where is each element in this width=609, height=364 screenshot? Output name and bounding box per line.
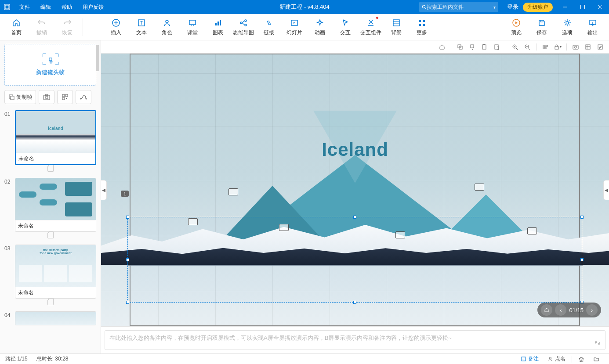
snapshot-button[interactable] [570, 42, 581, 52]
sparkle-icon [315, 18, 325, 28]
camera-icon [43, 94, 50, 100]
maximize-button[interactable] [574, 0, 591, 14]
canvas-toolbar: ▾ [101, 40, 609, 54]
svg-rect-52 [482, 45, 486, 49]
selection-box[interactable] [127, 217, 582, 303]
menu-file[interactable]: 文件 [14, 0, 35, 14]
path-frame-button[interactable] [76, 90, 91, 104]
nav-home-button[interactable] [541, 304, 552, 316]
expand-notes-button[interactable] [593, 339, 602, 347]
options-button[interactable]: 选项 [555, 15, 579, 40]
layers-button[interactable] [583, 42, 593, 52]
status-duration: 总时长: 30:28 [36, 355, 69, 363]
nav-next-button[interactable]: › [586, 304, 598, 316]
svg-rect-39 [11, 96, 14, 100]
copy-frame-button[interactable]: 复制帧 [4, 90, 36, 104]
timer-icon[interactable] [47, 300, 54, 305]
widget-button[interactable]: 交互组件 [359, 15, 383, 40]
new-frame-button[interactable]: + 新建镜头帧 [4, 44, 96, 86]
subframe-marker[interactable] [228, 188, 238, 195]
slide-thumbnail[interactable] [15, 178, 96, 220]
timer-icon[interactable] [47, 166, 54, 172]
subframe-marker[interactable] [395, 231, 405, 238]
paste-format-button[interactable] [479, 42, 490, 52]
zoom-out-button[interactable] [522, 42, 533, 52]
slide-thumbnail[interactable]: the Reform partyfor a new government [15, 245, 96, 287]
qr-frame-button[interactable] [57, 90, 73, 104]
notes-input[interactable] [105, 330, 605, 350]
text-button[interactable]: T文本 [130, 15, 153, 40]
home-button[interactable]: 首页 [4, 15, 28, 40]
subframe-marker[interactable] [279, 224, 289, 231]
status-rollcall-button[interactable]: 点名 [543, 355, 570, 363]
expand-panel-button[interactable]: ◂ [603, 180, 609, 200]
classroom-button[interactable]: 课堂 [181, 15, 204, 40]
more-button[interactable]: 更多 [410, 15, 434, 40]
save-icon [537, 18, 547, 28]
scrollbar[interactable] [96, 45, 99, 71]
ribbon: 首页 撤销 恢复 插入 T文本 角色 课堂 图表 思维导图 链接 幻灯片 动画 … [0, 14, 609, 40]
mindmap-button[interactable]: 思维导图 [232, 15, 255, 40]
close-button[interactable] [591, 0, 609, 14]
search-input[interactable] [427, 4, 492, 10]
upgrade-button[interactable]: 升级账户 [523, 3, 553, 12]
save-button[interactable]: 保存 [530, 15, 554, 40]
slide-item[interactable]: 04 [4, 311, 96, 325]
align-button[interactable] [540, 42, 551, 52]
subframe-marker[interactable] [188, 218, 198, 225]
camera-frame-button[interactable] [39, 90, 54, 104]
menu-edit[interactable]: 编辑 [35, 0, 56, 14]
chevron-down-icon[interactable]: ▾ [493, 5, 496, 10]
title-bar: 文件 编辑 帮助 用户反馈 新建工程 - v4.8.404 ▾ 登录 升级账户 [0, 0, 609, 14]
animation-button[interactable]: 动画 [308, 15, 332, 40]
redo-button[interactable]: 恢复 [55, 15, 79, 40]
menu-help[interactable]: 帮助 [56, 0, 77, 14]
canvas-title-text[interactable]: Iceland [322, 139, 388, 160]
nav-prev-button[interactable]: ‹ [555, 304, 566, 316]
role-button[interactable]: 角色 [155, 15, 179, 40]
insert-button[interactable]: 插入 [104, 15, 128, 40]
mindmap-icon [239, 18, 248, 28]
interact-button[interactable]: 交互 [334, 15, 357, 40]
background-button[interactable]: 背景 [384, 15, 408, 40]
canvas[interactable]: Iceland 1 ◂ ◂ ‹ [101, 54, 609, 326]
status-folder-button[interactable] [589, 356, 604, 362]
svg-rect-30 [419, 20, 421, 22]
login-button[interactable]: 登录 [503, 3, 523, 11]
slide-thumbnail[interactable] [15, 312, 96, 325]
person-icon [162, 18, 172, 28]
slide-thumbnail[interactable]: Iceland [16, 111, 95, 153]
slide-button[interactable]: 幻灯片 [283, 15, 306, 40]
chart-icon [213, 18, 223, 28]
undo-button[interactable]: 撤销 [30, 15, 54, 40]
slide-item[interactable]: 02 未命名 [4, 178, 96, 232]
paste-button[interactable] [492, 42, 502, 52]
status-layers-button[interactable] [574, 356, 589, 362]
svg-rect-51 [471, 45, 474, 48]
slide-item[interactable]: 03 the Reform partyfor a new government … [4, 245, 96, 299]
link-button[interactable]: 链接 [257, 15, 281, 40]
copy-button[interactable] [455, 42, 465, 52]
qr-icon [62, 94, 68, 100]
svg-line-23 [242, 21, 245, 23]
minimize-button[interactable] [556, 0, 574, 14]
search-box[interactable]: ▾ [419, 2, 498, 12]
home-view-button[interactable] [437, 42, 447, 52]
menu-feedback[interactable]: 用户反馈 [77, 0, 109, 14]
collapse-sidebar-button[interactable]: ◂ [101, 180, 107, 200]
chart-button[interactable]: 图表 [206, 15, 230, 40]
subframe-marker[interactable] [527, 227, 537, 234]
svg-rect-68 [586, 45, 590, 49]
zoom-in-button[interactable] [510, 42, 520, 52]
timer-icon[interactable] [47, 233, 54, 238]
edit-button[interactable] [595, 42, 605, 52]
slide-item[interactable]: 01 Iceland 未命名 [4, 110, 96, 165]
preview-button[interactable]: 预览 [504, 15, 528, 40]
cut-button[interactable] [467, 42, 478, 52]
gear-icon [562, 18, 572, 28]
export-button[interactable]: 输出 [581, 15, 605, 40]
lock-button[interactable]: ▾ [552, 42, 563, 52]
subframe-marker[interactable] [475, 184, 484, 191]
status-notes-button[interactable]: 备注 [516, 355, 543, 363]
frame-marker[interactable]: 1 [121, 191, 129, 197]
